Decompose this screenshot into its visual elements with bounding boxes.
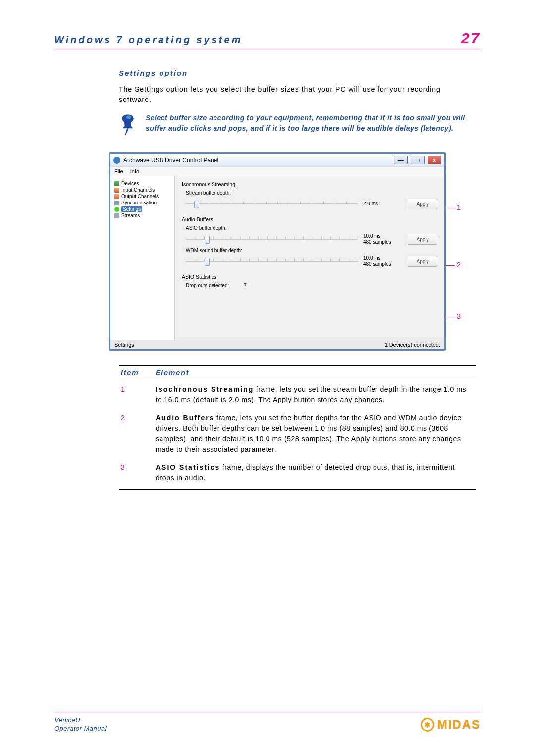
elements-table: Item Element 1 Isochronous Streaming fra… bbox=[119, 365, 476, 490]
pushpin-icon bbox=[119, 113, 137, 138]
streams-icon bbox=[114, 213, 119, 218]
apply-button-wdm[interactable]: Apply bbox=[408, 256, 437, 267]
section-heading: Settings option bbox=[119, 69, 476, 77]
brand-logo: ✱ MIDAS bbox=[421, 718, 481, 732]
settings-icon bbox=[114, 207, 119, 212]
wdm-buffer-slider[interactable] bbox=[186, 255, 358, 268]
stream-buffer-label: Stream buffer depth: bbox=[186, 190, 437, 196]
stream-buffer-slider[interactable] bbox=[186, 198, 358, 210]
screenshot: Archwave USB Driver Control Panel — □ x … bbox=[109, 152, 446, 351]
intro-paragraph: The Settings option lets you select the … bbox=[119, 84, 476, 105]
tree-item-output-channels[interactable]: Output Channels bbox=[113, 193, 171, 200]
status-right: 1 Device(s) connected. bbox=[384, 342, 440, 348]
page-footer: VeniceUOperator Manual ✱ MIDAS bbox=[54, 712, 481, 733]
app-icon bbox=[113, 157, 120, 164]
iso-title: Isochronous Streaming bbox=[182, 181, 437, 187]
callout-layer: 1 2 3 bbox=[436, 152, 461, 351]
table-row: 2 Audio Buffers frame, lets you set the … bbox=[119, 409, 476, 458]
maximize-button[interactable]: □ bbox=[411, 156, 425, 164]
wdm-buffer-value: 10.0 ms480 samples bbox=[363, 255, 403, 268]
stream-buffer-value: 2.0 ms bbox=[363, 201, 403, 207]
footer-text: VeniceUOperator Manual bbox=[54, 716, 107, 733]
callout-1: 1 bbox=[446, 203, 461, 211]
window-title: Archwave USB Driver Control Panel bbox=[123, 157, 391, 164]
status-bar: Settings 1 Device(s) connected. bbox=[110, 340, 444, 349]
col-element: Element bbox=[154, 366, 476, 380]
page-header: Windows 7 operating system 27 bbox=[54, 30, 481, 49]
audio-title: Audio Buffers bbox=[182, 216, 437, 222]
dropouts-value: 7 bbox=[244, 283, 247, 288]
table-row: 1 Isochronous Streaming frame, lets you … bbox=[119, 380, 476, 409]
note-block: Select buffer size according to your equ… bbox=[119, 113, 476, 138]
logo-text: MIDAS bbox=[437, 718, 481, 732]
isochronous-group: Isochronous Streaming Stream buffer dept… bbox=[182, 181, 437, 210]
wdm-buffer-label: WDM sound buffer depth: bbox=[186, 248, 437, 253]
apply-button-asio[interactable]: Apply bbox=[408, 234, 437, 245]
minimize-button[interactable]: — bbox=[394, 156, 408, 164]
output-icon bbox=[114, 194, 119, 199]
callout-2: 2 bbox=[446, 260, 461, 269]
status-left: Settings bbox=[114, 342, 134, 348]
nav-tree: Devices Input Channels Output Channels S… bbox=[110, 176, 175, 340]
tree-item-input-channels[interactable]: Input Channels bbox=[113, 187, 171, 193]
col-item: Item bbox=[119, 366, 154, 380]
audio-buffers-group: Audio Buffers ASIO buffer depth: 10.0 ms… bbox=[182, 216, 437, 268]
asio-buffer-label: ASIO buffer depth: bbox=[186, 225, 437, 231]
stats-title: ASIO Statistics bbox=[182, 274, 437, 280]
apply-button-iso[interactable]: Apply bbox=[408, 199, 437, 209]
menu-info[interactable]: Info bbox=[130, 168, 139, 174]
window-titlebar[interactable]: Archwave USB Driver Control Panel — □ x bbox=[110, 154, 444, 166]
page-number: 27 bbox=[461, 30, 481, 47]
tree-item-settings[interactable]: Settings bbox=[113, 206, 171, 212]
input-icon bbox=[114, 188, 119, 193]
callout-3: 3 bbox=[446, 312, 461, 320]
svg-point-0 bbox=[126, 115, 131, 119]
header-title: Windows 7 operating system bbox=[54, 34, 242, 46]
asio-buffer-value: 10.0 ms480 samples bbox=[363, 233, 403, 246]
devices-icon bbox=[114, 181, 119, 186]
asio-statistics-group: ASIO Statistics Drop outs detected: 7 bbox=[182, 274, 437, 288]
menu-file[interactable]: File bbox=[114, 168, 123, 174]
table-row: 3 ASIO Statistics frame, displays the nu… bbox=[119, 458, 476, 490]
tree-item-devices[interactable]: Devices bbox=[113, 180, 171, 187]
menu-bar: File Info bbox=[110, 166, 444, 176]
tree-item-streams[interactable]: Streams bbox=[113, 212, 171, 219]
sync-icon bbox=[114, 201, 119, 205]
note-text: Select buffer size according to your equ… bbox=[146, 113, 476, 134]
asio-buffer-slider[interactable] bbox=[186, 233, 358, 246]
logo-icon: ✱ bbox=[421, 718, 434, 732]
app-window: Archwave USB Driver Control Panel — □ x … bbox=[109, 152, 446, 351]
tree-item-synchronisation[interactable]: Synchronisation bbox=[113, 200, 171, 206]
dropouts-label: Drop outs detected: bbox=[186, 283, 229, 288]
